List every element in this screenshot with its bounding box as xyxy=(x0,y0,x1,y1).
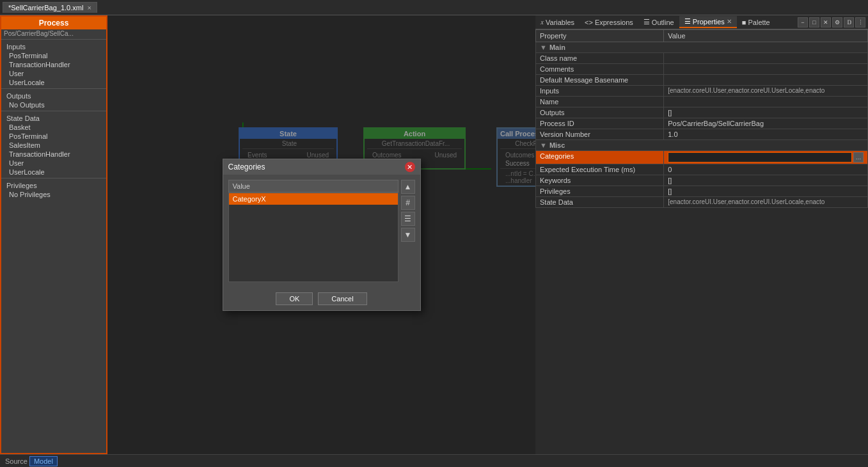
model-tab[interactable]: Model xyxy=(29,456,58,466)
palette-icon: ■ xyxy=(742,19,746,26)
dialog-title-label: Categories xyxy=(228,162,265,171)
right-panel: 𝑥 Variables <> Expressions ☰ Outline ☰ P… xyxy=(535,15,868,454)
dialog-overlay: Categories ✕ Value CategoryX ▲ # xyxy=(107,15,535,454)
prop-default-msg-value xyxy=(664,75,868,86)
prop-categories-value[interactable]: … xyxy=(664,151,868,164)
more-btn[interactable]: ⋮ xyxy=(855,17,865,28)
properties-table: Property Value ▼Main Class name Comments xyxy=(535,29,868,208)
tab-properties[interactable]: ☰ Properties ✕ xyxy=(679,16,737,28)
prop-inputs-label: Inputs xyxy=(536,86,664,97)
prop-processid-label: Process ID xyxy=(536,118,664,129)
prop-default-msg-label: Default Message Basename xyxy=(536,75,664,86)
tab-variables[interactable]: 𝑥 Variables xyxy=(535,17,580,28)
tab-palette[interactable]: ■ Palette xyxy=(737,17,775,28)
prop-row-inputs: Inputs [enactor.coreUI.User,enactor.core… xyxy=(536,86,868,97)
prop-row-default-msg: Default Message Basename xyxy=(536,75,868,86)
categories-dialog: Categories ✕ Value CategoryX ▲ # xyxy=(223,159,421,311)
maximize-btn[interactable]: □ xyxy=(809,17,819,28)
tab-expressions[interactable]: <> Expressions xyxy=(580,17,638,28)
prop-version-value: 1.0 xyxy=(664,129,868,140)
status-bar: Source Model xyxy=(0,454,868,467)
no-privileges: No Privileges xyxy=(1,190,106,199)
source-label: Source xyxy=(5,457,28,465)
dialog-list-header: Value xyxy=(228,180,398,193)
prop-outputs-value: [] xyxy=(664,107,868,118)
col-property: Property xyxy=(536,30,664,42)
dialog-side-buttons: ▲ # ☰ ▼ xyxy=(401,180,415,282)
canvas-area[interactable]: ↓ ← State State Events Unused StateEnter… xyxy=(107,15,535,454)
prop-keywords-label: Keywords xyxy=(536,175,664,186)
prop-classname-value xyxy=(664,53,868,64)
no-outputs: No Outputs xyxy=(1,100,106,109)
tab-close-btn[interactable]: × xyxy=(87,4,91,12)
sd-userlocale: UserLocale xyxy=(1,168,106,177)
input-posterminal: PosTerminal xyxy=(1,51,106,60)
tab-label: *SellCarrierBag_1.0.xml xyxy=(8,4,83,12)
prop-name-label: Name xyxy=(536,97,664,107)
dialog-body: Value CategoryX ▲ # ☰ ▼ xyxy=(223,175,420,287)
prop-row-privileges: Privileges [] xyxy=(536,186,868,197)
categories-input[interactable] xyxy=(668,152,852,162)
prop-row-processid: Process ID Pos/CarrierBag/SellCarrierBag xyxy=(536,118,868,129)
prop-categories-label: Categories xyxy=(536,151,664,164)
sd-user: User xyxy=(1,159,106,168)
properties-scroll[interactable]: Property Value ▼Main Class name Comments xyxy=(535,29,868,454)
dialog-close-btn[interactable]: ✕ xyxy=(405,162,415,172)
prop-row-comments: Comments xyxy=(536,64,868,75)
panel-close-btn[interactable]: ✕ xyxy=(821,17,831,28)
dialog-list[interactable]: CategoryX xyxy=(228,193,398,282)
expressions-icon: <> xyxy=(585,19,593,26)
dialog-footer: OK Cancel xyxy=(223,287,420,310)
prop-expected-exec-value: 0 xyxy=(664,164,868,175)
variables-label: Variables xyxy=(546,19,574,26)
dialog-list-item[interactable]: CategoryX xyxy=(229,193,398,205)
settings-btn[interactable]: ⚙ xyxy=(832,17,842,28)
prop-processid-value: Pos/CarrierBag/SellCarrierBag xyxy=(664,118,868,129)
prop-outputs-label: Outputs xyxy=(536,107,664,118)
prop-comments-label: Comments xyxy=(536,64,664,75)
prop-row-classname: Class name xyxy=(536,53,868,64)
input-userlocale: UserLocale xyxy=(1,78,106,87)
dialog-title-bar: Categories ✕ xyxy=(223,159,420,175)
prop-statedata-label: State Data xyxy=(536,197,664,208)
prop-row-keywords: Keywords [] xyxy=(536,175,868,186)
cancel-btn[interactable]: Cancel xyxy=(318,292,367,305)
filter-btn[interactable]: 𝔻 xyxy=(844,17,854,28)
input-txhandler: TransactionHandler xyxy=(1,60,106,69)
properties-tab-close[interactable]: ✕ xyxy=(727,18,732,25)
minimize-btn[interactable]: − xyxy=(798,17,808,28)
prop-row-version: Version Number 1.0 xyxy=(536,129,868,140)
move-down-btn[interactable]: ▼ xyxy=(401,228,415,242)
prop-privileges-value: [] xyxy=(664,186,868,197)
list-btn[interactable]: ☰ xyxy=(401,212,415,226)
prop-name-value xyxy=(664,97,868,107)
expressions-label: Expressions xyxy=(595,19,633,26)
properties-icon: ☰ xyxy=(684,17,691,26)
sd-basket: Basket xyxy=(1,123,106,132)
main-tab[interactable]: *SellCarrierBag_1.0.xml × xyxy=(3,2,97,13)
col-value: Value xyxy=(664,30,868,42)
categories-browse-btn[interactable]: … xyxy=(853,152,864,162)
prop-comments-value xyxy=(664,64,868,75)
outline-icon: ☰ xyxy=(643,18,650,26)
sd-salesitem: SalesItem xyxy=(1,141,106,150)
prop-privileges-label: Privileges xyxy=(536,186,664,197)
outline-label: Outline xyxy=(652,19,674,26)
prop-row-name: Name xyxy=(536,97,868,107)
outputs-header: Outputs xyxy=(1,90,106,100)
add-item-btn[interactable]: # xyxy=(401,196,415,210)
move-up-btn[interactable]: ▲ xyxy=(401,180,415,194)
prop-statedata-value: [enactor.coreUI.User,enactor.coreUI.User… xyxy=(664,197,868,208)
process-title: Process xyxy=(1,17,106,29)
main-layout: Process Pos/CarrierBag/SellCa... Inputs … xyxy=(0,15,868,454)
tab-outline[interactable]: ☰ Outline xyxy=(638,17,679,28)
inputs-header: Inputs xyxy=(1,41,106,51)
section-main: ▼Main xyxy=(536,42,868,53)
section-misc: ▼Misc xyxy=(536,140,868,151)
prop-expected-exec-label: Expected Execution Time (ms) xyxy=(536,164,664,175)
prop-row-categories[interactable]: Categories … xyxy=(536,151,868,164)
prop-row-expected-exec: Expected Execution Time (ms) 0 xyxy=(536,164,868,175)
prop-version-label: Version Number xyxy=(536,129,664,140)
tab-bar: *SellCarrierBag_1.0.xml × xyxy=(0,0,868,15)
ok-btn[interactable]: OK xyxy=(276,292,313,305)
